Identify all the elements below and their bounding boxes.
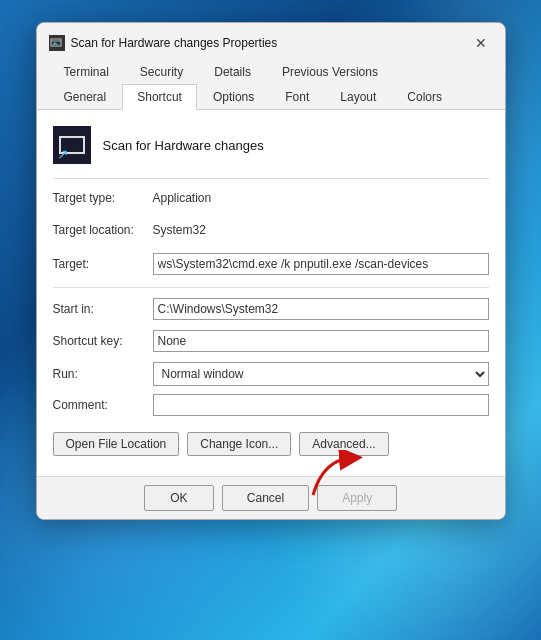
tab-terminal[interactable]: Terminal [49,59,124,84]
run-select[interactable]: Normal windowMinimizedMaximized [153,362,489,386]
target-input[interactable] [153,253,489,275]
run-row: Run: Normal windowMinimizedMaximized [53,362,489,386]
title-bar: Scan for Hardware changes Properties ✕ [37,23,505,55]
dialog-body: ↗ Scan for Hardware changes Target type:… [37,110,505,476]
dialog-footer: OK Cancel Apply [37,476,505,519]
tab-shortcut[interactable]: Shortcut [122,84,197,110]
target-location-value: System32 [153,223,489,237]
tabs-row1: Terminal Security Details Previous Versi… [37,55,505,84]
cancel-button[interactable]: Cancel [222,485,309,511]
app-header: ↗ Scan for Hardware changes [53,126,489,164]
arrow-icon [303,450,363,500]
separator-middle [53,287,489,288]
title-bar-left: Scan for Hardware changes Properties [49,35,278,51]
shortcut-key-input[interactable] [153,330,489,352]
shortcut-key-row: Shortcut key: [53,330,489,354]
target-type-label: Target type: [53,189,153,205]
comment-row: Comment: [53,394,489,418]
start-in-row: Start in: [53,298,489,322]
tab-colors[interactable]: Colors [392,84,457,109]
app-display-name: Scan for Hardware changes [103,138,264,153]
target-row: Target: [53,253,489,277]
action-buttons: Open File Location Change Icon... Advanc… [53,432,489,456]
shortcut-key-label: Shortcut key: [53,332,153,348]
app-icon-arrow: ↗ [57,146,69,162]
tab-details[interactable]: Details [199,59,266,84]
start-in-input[interactable] [153,298,489,320]
target-type-value: Application [153,191,489,205]
tab-layout[interactable]: Layout [325,84,391,109]
tab-options[interactable]: Options [198,84,269,109]
target-type-row: Target type: Application [53,189,489,213]
open-file-location-button[interactable]: Open File Location [53,432,180,456]
comment-input[interactable] [153,394,489,416]
tab-previous-versions[interactable]: Previous Versions [267,59,393,84]
tab-font[interactable]: Font [270,84,324,109]
target-location-label: Target location: [53,221,153,237]
ok-button[interactable]: OK [144,485,214,511]
tabs-row2: General Shortcut Options Font Layout Col… [37,84,505,110]
start-in-label: Start in: [53,300,153,316]
target-location-row: Target location: System32 [53,221,489,245]
tab-security[interactable]: Security [125,59,198,84]
tab-general[interactable]: General [49,84,122,109]
close-button[interactable]: ✕ [469,31,493,55]
window-title: Scan for Hardware changes Properties [71,36,278,50]
change-icon-button[interactable]: Change Icon... [187,432,291,456]
run-label: Run: [53,365,153,381]
separator-top [53,178,489,179]
svg-rect-0 [51,39,61,46]
comment-label: Comment: [53,396,153,412]
properties-dialog: Scan for Hardware changes Properties ✕ T… [36,22,506,520]
window-icon [49,35,65,51]
app-icon: ↗ [53,126,91,164]
target-label: Target: [53,255,153,271]
